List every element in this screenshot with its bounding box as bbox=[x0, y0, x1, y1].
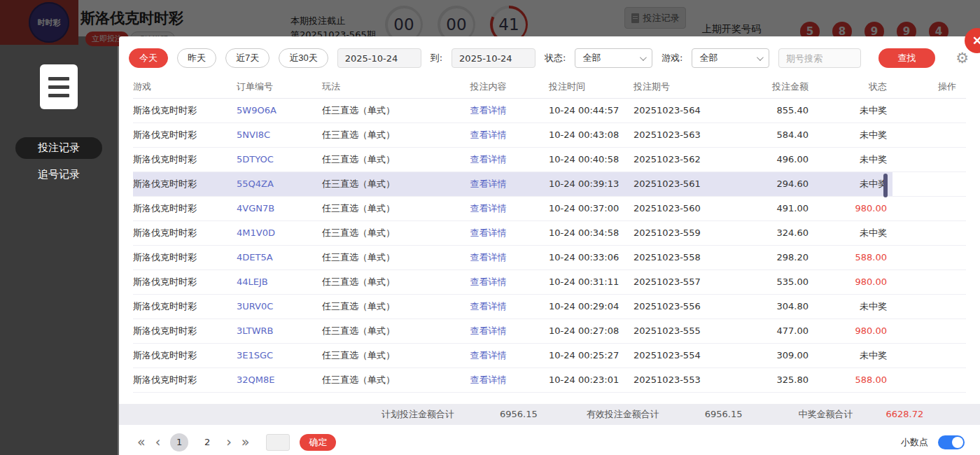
view-details-link[interactable]: 查看详情 bbox=[438, 98, 539, 122]
cell-play-type: 任三直选（单式） bbox=[322, 318, 438, 343]
table-row[interactable]: 斯洛伐克时时彩 5NVI8C 任三直选（单式） 查看详情 10-24 00:43… bbox=[133, 122, 966, 147]
order-number-link[interactable]: 5DTYOC bbox=[237, 147, 322, 172]
cell-bet-time: 10-24 00:31:11 bbox=[539, 270, 634, 294]
plan-total-label: 计划投注金额合计 bbox=[382, 408, 454, 421]
cell-bet-time: 10-24 00:37:00 bbox=[539, 196, 634, 220]
cell-play-type: 任三直选（单式） bbox=[322, 98, 438, 122]
view-details-link[interactable]: 查看详情 bbox=[438, 294, 539, 318]
last-page-button[interactable]: » bbox=[241, 435, 250, 449]
pagination: « ‹ 1 2 › » 确定 小数点 bbox=[119, 433, 980, 451]
sidebar-item-bet-records[interactable]: 投注记录 bbox=[15, 137, 102, 159]
order-number-link[interactable]: 4VGN7B bbox=[237, 196, 322, 220]
view-details-link[interactable]: 查看详情 bbox=[438, 122, 539, 147]
table-row[interactable]: 斯洛伐克时时彩 4DET5A 任三直选（单式） 查看详情 10-24 00:33… bbox=[133, 245, 966, 270]
cell-action bbox=[892, 98, 966, 122]
cell-amount: 304.80 bbox=[724, 294, 808, 318]
order-number-link[interactable]: 3LTWRB bbox=[237, 318, 322, 343]
document-icon-large bbox=[40, 64, 78, 109]
cell-amount: 477.00 bbox=[724, 318, 808, 343]
filter-bar: 今天 昨天 近7天 近30天 到: 状态: 全部 游戏: 全部 查找 ⚙ bbox=[119, 36, 980, 76]
cell-action bbox=[892, 122, 966, 147]
cell-game: 斯洛伐克时时彩 bbox=[133, 196, 237, 220]
cell-game: 斯洛伐克时时彩 bbox=[133, 122, 237, 147]
table-row[interactable]: 斯洛伐克时时彩 5DTYOC 任三直选（单式） 查看详情 10-24 00:40… bbox=[133, 147, 966, 172]
cell-period: 20251023-553 bbox=[634, 368, 724, 392]
cell-amount: 496.00 bbox=[724, 147, 808, 172]
cell-game: 斯洛伐克时时彩 bbox=[133, 220, 237, 245]
filter-30days-button[interactable]: 近30天 bbox=[279, 48, 328, 68]
cell-action bbox=[892, 220, 966, 245]
gear-icon[interactable]: ⚙ bbox=[955, 50, 969, 66]
cell-game: 斯洛伐克时时彩 bbox=[133, 270, 237, 294]
date-from-input[interactable] bbox=[337, 48, 421, 68]
view-details-link[interactable]: 查看详情 bbox=[438, 343, 539, 368]
view-details-link[interactable]: 查看详情 bbox=[438, 318, 539, 343]
game-select[interactable]: 全部 bbox=[692, 48, 769, 68]
table-row[interactable]: 斯洛伐克时时彩 32QM8E 任三直选（单式） 查看详情 10-24 00:23… bbox=[133, 368, 966, 392]
view-details-link[interactable]: 查看详情 bbox=[438, 245, 539, 270]
table-row[interactable]: 斯洛伐克时时彩 44LEJB 任三直选（单式） 查看详情 10-24 00:31… bbox=[133, 270, 966, 294]
order-number-link[interactable]: 5NVI8C bbox=[237, 122, 322, 147]
cell-action bbox=[892, 245, 966, 270]
table-row[interactable]: 斯洛伐克时时彩 3URV0C 任三直选（单式） 查看详情 10-24 00:29… bbox=[133, 294, 966, 318]
cell-period: 20251023-562 bbox=[634, 147, 724, 172]
table-row[interactable]: 斯洛伐克时时彩 4M1V0D 任三直选（单式） 查看详情 10-24 00:34… bbox=[133, 220, 966, 245]
prev-page-button[interactable]: ‹ bbox=[155, 435, 161, 449]
scrollbar-thumb[interactable] bbox=[883, 174, 888, 197]
filter-today-button[interactable]: 今天 bbox=[129, 48, 168, 68]
view-details-link[interactable]: 查看详情 bbox=[438, 147, 539, 172]
order-number-link[interactable]: 5W9O6A bbox=[237, 98, 322, 122]
order-number-link[interactable]: 3URV0C bbox=[237, 294, 322, 318]
filter-yesterday-button[interactable]: 昨天 bbox=[177, 48, 216, 68]
order-number-link[interactable]: 32QM8E bbox=[237, 368, 322, 392]
view-details-link[interactable]: 查看详情 bbox=[438, 172, 539, 196]
table-row[interactable]: 斯洛伐克时时彩 5W9O6A 任三直选（单式） 查看详情 10-24 00:44… bbox=[133, 98, 966, 122]
game-select-value: 全部 bbox=[699, 52, 718, 64]
confirm-button[interactable]: 确定 bbox=[300, 434, 336, 451]
view-details-link[interactable]: 查看详情 bbox=[438, 368, 539, 392]
sidebar-item-chase-records[interactable]: 追号记录 bbox=[15, 164, 102, 186]
win-total-value: 6628.72 bbox=[886, 409, 924, 419]
cell-period: 20251023-557 bbox=[634, 270, 724, 294]
order-number-link[interactable]: 3E1SGC bbox=[237, 343, 322, 368]
decimal-toggle[interactable] bbox=[938, 435, 965, 449]
column-header-9: 操作 bbox=[892, 76, 966, 98]
cell-amount: 309.00 bbox=[724, 343, 808, 368]
search-button[interactable]: 查找 bbox=[878, 48, 935, 68]
page-number-input[interactable] bbox=[266, 434, 290, 451]
cell-bet-time: 10-24 00:23:01 bbox=[539, 368, 634, 392]
order-number-link[interactable]: 44LEJB bbox=[237, 270, 322, 294]
cell-action bbox=[892, 196, 966, 220]
valid-total-value: 6956.15 bbox=[705, 409, 743, 419]
cell-period: 20251023-563 bbox=[634, 122, 724, 147]
next-page-button[interactable]: › bbox=[226, 435, 232, 449]
cell-status: 未中奖 bbox=[808, 172, 892, 196]
filter-7days-button[interactable]: 近7天 bbox=[225, 48, 270, 68]
table-row[interactable]: 斯洛伐克时时彩 55Q4ZA 任三直选（单式） 查看详情 10-24 00:39… bbox=[133, 172, 966, 196]
records-table-header-row: 游戏订单编号玩法投注内容投注时间投注期号投注金额状态操作 bbox=[133, 76, 966, 98]
order-number-link[interactable]: 4M1V0D bbox=[237, 220, 322, 245]
cell-game: 斯洛伐克时时彩 bbox=[133, 245, 237, 270]
cell-game: 斯洛伐克时时彩 bbox=[133, 368, 237, 392]
page-2-button[interactable]: 2 bbox=[198, 433, 216, 451]
first-page-button[interactable]: « bbox=[137, 435, 146, 449]
period-search-input[interactable] bbox=[778, 48, 861, 68]
table-row[interactable]: 斯洛伐克时时彩 3LTWRB 任三直选（单式） 查看详情 10-24 00:27… bbox=[133, 318, 966, 343]
table-row[interactable]: 斯洛伐克时时彩 4VGN7B 任三直选（单式） 查看详情 10-24 00:37… bbox=[133, 196, 966, 220]
cell-action bbox=[892, 270, 966, 294]
date-to-input[interactable] bbox=[451, 48, 536, 68]
view-details-link[interactable]: 查看详情 bbox=[438, 196, 539, 220]
order-number-link[interactable]: 4DET5A bbox=[237, 245, 322, 270]
cell-period: 20251023-558 bbox=[634, 245, 724, 270]
view-details-link[interactable]: 查看详情 bbox=[438, 270, 539, 294]
status-select[interactable]: 全部 bbox=[575, 48, 652, 68]
page-1-button[interactable]: 1 bbox=[170, 433, 188, 451]
table-row[interactable]: 斯洛伐克时时彩 3E1SGC 任三直选（单式） 查看详情 10-24 00:25… bbox=[133, 343, 966, 368]
view-details-link[interactable]: 查看详情 bbox=[438, 220, 539, 245]
chevron-down-icon bbox=[757, 54, 764, 61]
order-number-link[interactable]: 55Q4ZA bbox=[237, 172, 322, 196]
cell-play-type: 任三直选（单式） bbox=[322, 245, 438, 270]
cell-period: 20251023-554 bbox=[634, 343, 724, 368]
cell-play-type: 任三直选（单式） bbox=[322, 343, 438, 368]
cell-bet-time: 10-24 00:27:08 bbox=[539, 318, 634, 343]
